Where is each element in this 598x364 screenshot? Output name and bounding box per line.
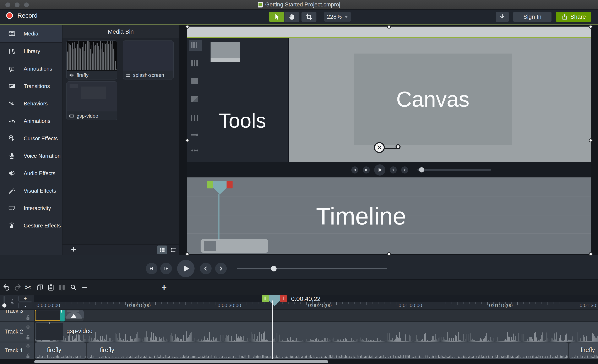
- delete-handle-icon[interactable]: ✕: [374, 142, 385, 153]
- media-bin-title: Media Bin: [63, 25, 179, 38]
- selection-handle-bottom-center[interactable]: [387, 252, 391, 256]
- sidebar-item-audio-effects[interactable]: Audio Effects: [0, 165, 62, 182]
- sidebar-item-interactivity[interactable]: Interactivity: [0, 199, 62, 217]
- pan-tool[interactable]: [284, 12, 299, 22]
- playback-scrubber-handle[interactable]: [271, 266, 277, 271]
- sidebar-item-animations[interactable]: Animations: [0, 112, 62, 130]
- add-track-button[interactable]: +: [18, 296, 32, 301]
- mock-icon: [191, 132, 198, 138]
- previous-frame-button[interactable]: [146, 263, 158, 274]
- selection-handle-top-center[interactable]: [387, 25, 391, 29]
- ruler-label: 0:00:45;00: [308, 303, 332, 308]
- in-point-handle[interactable]: [262, 295, 269, 302]
- crop-tool[interactable]: [301, 12, 316, 22]
- undo-button[interactable]: [1, 283, 12, 292]
- lock-icon[interactable]: [25, 353, 31, 359]
- paste-button[interactable]: [45, 283, 56, 292]
- canvas-zoom-dropdown[interactable]: 228%: [324, 12, 351, 22]
- add-media-button[interactable]: +: [69, 245, 78, 254]
- timeline-header: + ⌄ 0:00:00;000:00:15;000:00:30;000:00:4…: [0, 295, 598, 309]
- track-row-1: Track 1 firefly firefly firefly: [0, 342, 598, 359]
- close-button[interactable]: [5, 2, 10, 7]
- chevron-down-icon: [344, 16, 348, 18]
- download-button[interactable]: [496, 12, 509, 22]
- lock-icon[interactable]: [25, 334, 31, 340]
- selection-handle-mid-right[interactable]: [589, 138, 593, 142]
- edit-cursor-tool[interactable]: [269, 12, 284, 22]
- previous-marker-button[interactable]: [200, 263, 212, 274]
- gsp-video-clip[interactable]: gsp-video: [35, 322, 598, 342]
- timeline-zoom-button[interactable]: [68, 283, 79, 292]
- export-icon: [561, 14, 568, 20]
- grid-view-button[interactable]: [158, 245, 167, 254]
- splash-screen-thumbnail: [123, 41, 173, 71]
- eye-icon[interactable]: [25, 343, 31, 349]
- share-button[interactable]: Share: [556, 12, 591, 22]
- selection-handle-top-right[interactable]: [589, 25, 593, 29]
- sidebar-item-behaviors[interactable]: Behaviors: [0, 95, 62, 112]
- eye-icon[interactable]: [25, 324, 31, 330]
- timeline-toolbar: ✂ − +: [0, 279, 598, 295]
- cut-button[interactable]: ✂: [23, 283, 34, 292]
- undo-icon: [3, 283, 11, 291]
- out-point-handle[interactable]: [280, 295, 287, 302]
- record-icon: [6, 12, 13, 19]
- minimize-button[interactable]: [15, 2, 19, 7]
- zoom-in-button[interactable]: +: [159, 283, 169, 292]
- sidebar-item-voice-narration[interactable]: Voice Narration: [0, 147, 62, 165]
- sidebar-item-cursor-effects[interactable]: Cursor Effects: [0, 130, 62, 147]
- mock-icon: [191, 149, 198, 152]
- rotation-handle-line: [384, 148, 397, 149]
- playback-bar: 00:40/02:48 Properties: [0, 255, 598, 279]
- project-file-icon: [258, 2, 263, 8]
- lock-icon[interactable]: [25, 315, 31, 321]
- collapse-tracks-button[interactable]: ⌄: [18, 303, 32, 308]
- next-marker-button[interactable]: [215, 263, 227, 274]
- sidebar-item-visual-effects[interactable]: Visual Effects: [0, 182, 62, 199]
- record-button[interactable]: Record: [6, 12, 38, 19]
- playback-scrubber-track[interactable]: [237, 268, 387, 269]
- zoom-window-button[interactable]: [24, 2, 29, 7]
- animation-clip[interactable]: [64, 310, 84, 321]
- copy-button[interactable]: [34, 283, 45, 292]
- mock-canvas-box: Canvas: [354, 54, 512, 145]
- firefly-clip-1[interactable]: firefly: [35, 342, 86, 359]
- next-frame-button[interactable]: [160, 263, 172, 274]
- thumbnail-detail: [81, 87, 106, 99]
- playhead-line[interactable]: [272, 300, 273, 359]
- sidebar-item-annotations[interactable]: Annotations: [0, 60, 62, 77]
- selection-handle-bottom-right[interactable]: [589, 252, 593, 256]
- mock-play-button: [374, 164, 385, 176]
- split-icon: [58, 284, 66, 291]
- firefly-clip-3[interactable]: firefly: [569, 342, 598, 359]
- redo-button[interactable]: [12, 283, 23, 292]
- download-icon: [499, 13, 506, 20]
- transition-marker[interactable]: [60, 310, 65, 322]
- sidebar-item-library[interactable]: Library: [0, 42, 62, 60]
- sidebar-item-transitions[interactable]: Transitions: [0, 77, 62, 95]
- zoom-out-button[interactable]: −: [79, 283, 90, 292]
- selection-handle-mid-left[interactable]: [185, 138, 189, 142]
- play-button[interactable]: [177, 260, 195, 277]
- firefly-clip-2[interactable]: firefly: [87, 342, 568, 359]
- sidebar-item-media[interactable]: Media: [0, 25, 62, 42]
- zoom-to-fit-icon[interactable]: [9, 297, 15, 306]
- selected-video-on-canvas[interactable]: Tools Canvas ✕: [187, 27, 591, 254]
- list-view-button[interactable]: [168, 245, 178, 254]
- selection-handle-bottom-left[interactable]: [185, 252, 189, 256]
- scrollbar-thumb[interactable]: [34, 360, 328, 363]
- transition-grip: [61, 310, 62, 313]
- sidebar-item-gesture-effects[interactable]: Gesture Effects: [0, 217, 62, 234]
- media-item-splash-screen[interactable]: splash-screen: [123, 40, 174, 80]
- selection-handle-top-left[interactable]: [185, 25, 189, 29]
- timeline-scrollbar: [0, 359, 598, 364]
- media-bin-footer: +: [63, 244, 179, 255]
- crop-icon: [306, 13, 313, 20]
- sign-in-button[interactable]: Sign In: [513, 12, 551, 22]
- mock-scrubber-handle: [419, 167, 424, 172]
- split-button[interactable]: [57, 283, 67, 292]
- rotation-handle-icon[interactable]: [396, 144, 400, 149]
- track-height-slider-handle[interactable]: [2, 303, 7, 307]
- media-item-gsp-video[interactable]: gsp-video: [66, 81, 117, 120]
- media-item-firefly[interactable]: firefly: [66, 40, 117, 80]
